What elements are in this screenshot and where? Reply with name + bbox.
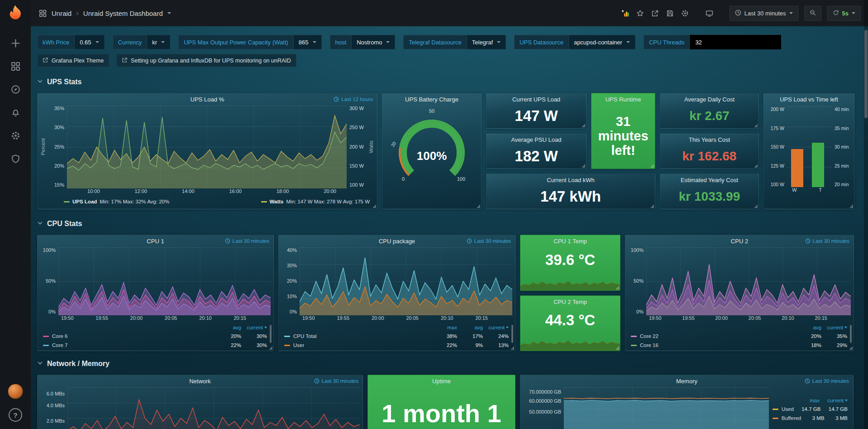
variable-value-dropdown[interactable]: kr	[147, 35, 170, 49]
sidebar-item-explore[interactable]	[10, 85, 21, 96]
legend-row[interactable]: Used14.7 GB14.7 GB	[773, 405, 848, 414]
battery-gauge[interactable]: 100% 50 0 100 20	[390, 109, 473, 186]
memory-chart[interactable]	[564, 387, 769, 429]
refresh-button[interactable]: 5s	[827, 6, 861, 21]
variable-value-dropdown[interactable]: 865	[294, 35, 322, 49]
legend-col-header[interactable]: current	[821, 325, 847, 330]
variable-ups-max-output: UPS Max Output Power Capacity (Watt) 865	[178, 35, 321, 49]
settings-button[interactable]	[681, 9, 690, 18]
y-axis-ticks: 100%50%0%	[627, 247, 646, 315]
sidebar-item-dashboards[interactable]	[10, 62, 21, 72]
caret-down-icon[interactable]	[167, 12, 171, 14]
share-button[interactable]	[651, 9, 660, 18]
variable-value-dropdown[interactable]: Telegraf	[467, 35, 506, 49]
panel-title[interactable]: Average PSU Load	[486, 134, 586, 144]
network-chart[interactable]	[67, 387, 360, 429]
dashboard-link-ups-guide[interactable]: Setting up Grafana and InfluxDB for UPS …	[116, 54, 296, 67]
save-button[interactable]	[666, 9, 675, 18]
legend-col-header[interactable]: current	[241, 325, 267, 330]
relative-time-badge[interactable]: Last 30 minutes	[225, 238, 269, 244]
panel-title[interactable]: This Years Cost	[660, 134, 758, 144]
legend-col-header[interactable]: avg	[796, 325, 821, 330]
legend-col-header[interactable]: max	[431, 325, 457, 330]
y-axis-ticks-left: 200 W175 W150 W125 W100 W	[767, 106, 787, 187]
variable-label: UPS Max Output Power Capacity (Watt)	[178, 35, 294, 49]
relative-time-badge[interactable]: Last 12 hours	[334, 96, 373, 102]
row-header-cpu-stats[interactable]: CPU Stats	[37, 219, 862, 228]
legend-row[interactable]: Buffered3 MB3 MB	[773, 414, 848, 423]
row-header-network-memory[interactable]: Network / Memory	[37, 359, 862, 368]
legend-scrollbar[interactable]	[850, 325, 852, 343]
y-axis-ticks: 70.000000 GB 60.000000 GB 50.000000 GB	[522, 387, 564, 429]
panel-title[interactable]: Average Daily Cost	[660, 93, 758, 104]
chevron-down-icon	[37, 220, 43, 228]
relative-time-badge[interactable]: Last 30 minutes	[805, 238, 849, 244]
relative-time-badge[interactable]: Last 30 minutes	[314, 378, 358, 384]
graph-legend: UPS LoadMin: 17% Max: 32% Avg: 20% Watts…	[38, 196, 377, 209]
legend-col-header[interactable]: max	[792, 398, 820, 403]
panel-title[interactable]: Estimated Yearly Cost	[660, 174, 758, 184]
gauge-value: 100%	[390, 149, 473, 163]
user-avatar[interactable]	[8, 384, 23, 399]
dashboard-link-plex-theme[interactable]: Grafana Plex Theme	[37, 54, 109, 67]
time-picker-button[interactable]: Last 30 minutes	[730, 6, 798, 21]
variable-value-dropdown[interactable]: apcupsd-container	[569, 35, 635, 49]
dashboard-title[interactable]: Unraid System Dashboard	[83, 10, 163, 17]
scrollbar-thumb[interactable]	[864, 30, 868, 118]
help-icon[interactable]	[9, 408, 22, 422]
legend-scrollbar[interactable]	[270, 325, 272, 343]
legend-col-header[interactable]: avg	[215, 325, 241, 330]
cpu2-chart[interactable]	[646, 247, 851, 315]
panel-title[interactable]: UPS Runtime	[591, 93, 655, 104]
relative-time-badge[interactable]: Last 30 minutes	[467, 238, 511, 244]
legend-col-header[interactable]: current	[820, 398, 848, 403]
grafana-logo[interactable]	[6, 4, 24, 22]
panel-title[interactable]: UPS Battery Charge	[382, 93, 481, 104]
row-header-ups-stats[interactable]: UPS Stats	[37, 77, 862, 87]
variable-value-dropdown[interactable]: 0.65	[75, 35, 104, 49]
cpu-package-chart[interactable]	[300, 247, 512, 315]
breadcrumb-app[interactable]: Unraid	[52, 10, 72, 17]
variable-currency: Currency kr	[113, 35, 171, 49]
legend-col-header[interactable]: current	[483, 325, 509, 330]
cpu1-chart[interactable]	[58, 247, 271, 315]
legend-row[interactable]: Core 2220%35%	[631, 332, 847, 341]
network-memory-panels: Network Last 30 minutes 6.0 MBs 4.0 MBs …	[37, 375, 862, 429]
sidebar-item-server-admin[interactable]	[10, 154, 21, 165]
legend-row[interactable]: Core 1618%29%	[631, 341, 847, 350]
bar-time-left	[812, 143, 824, 187]
legend-item[interactable]: WattsMin: 147 W Max: 278 W Avg: 175 W	[261, 199, 370, 204]
legend-col-header[interactable]: avg	[457, 325, 483, 330]
panel-title[interactable]: UPS Load %	[38, 93, 377, 104]
panel-title[interactable]: UPS Load vs Time left	[764, 93, 854, 104]
panel-title[interactable]: CPU 1 Temp	[520, 235, 620, 246]
page-scrollbar[interactable]	[864, 0, 868, 429]
bar-watts	[791, 149, 803, 187]
panel-title[interactable]: Memory	[520, 375, 853, 386]
cycle-view-button[interactable]	[705, 9, 714, 18]
legend-row[interactable]: User22%9%13%	[284, 341, 509, 350]
refresh-interval-label[interactable]: 5s	[842, 10, 849, 17]
relative-time-badge[interactable]: Last 30 minutes	[805, 378, 849, 384]
panel-title[interactable]: Current Load kWh	[486, 174, 655, 184]
add-panel-button[interactable]	[621, 9, 630, 18]
panel-title[interactable]: Uptime	[368, 375, 515, 386]
ups-load-chart[interactable]	[67, 106, 347, 188]
star-button[interactable]	[636, 9, 645, 18]
legend-row[interactable]: CPU Total38%17%24%	[284, 332, 509, 341]
legend-row[interactable]: Core 722%30%	[43, 341, 267, 350]
panel-title[interactable]: Current UPS Load	[486, 93, 586, 104]
sidebar-item-configuration[interactable]	[10, 131, 21, 142]
sidebar-item-create[interactable]	[10, 39, 21, 49]
legend-row[interactable]: Core 620%30%	[43, 332, 267, 341]
zoom-out-button[interactable]	[804, 6, 821, 21]
sort-caret-icon	[264, 327, 267, 328]
legend-item[interactable]: UPS LoadMin: 17% Max: 32% Avg: 20%	[64, 199, 169, 204]
panel-title[interactable]: CPU 2 Temp	[520, 296, 620, 306]
caret-down-icon	[313, 41, 316, 43]
sidebar-item-alerting[interactable]	[10, 108, 21, 119]
bar-plot[interactable]	[787, 106, 832, 187]
legend-scrollbar[interactable]	[511, 325, 513, 343]
variable-value-dropdown[interactable]: Nostromo	[352, 35, 395, 49]
cpu-threads-input[interactable]	[690, 35, 781, 49]
